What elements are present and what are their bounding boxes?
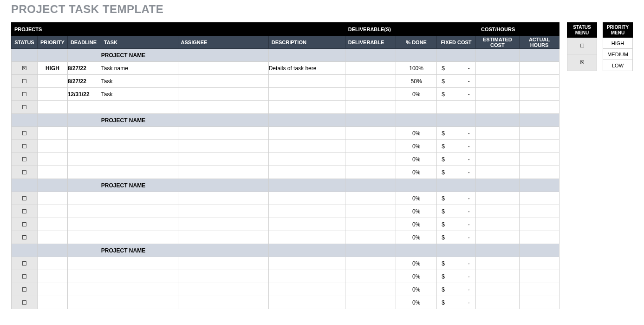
deadline-cell[interactable] xyxy=(67,283,101,296)
deliverable-cell[interactable] xyxy=(345,218,396,231)
estimated-cost-cell[interactable] xyxy=(475,231,519,244)
assignee-cell[interactable] xyxy=(178,283,268,296)
status-checkbox[interactable]: ☐ xyxy=(12,231,38,244)
description-cell[interactable] xyxy=(268,192,345,205)
actual-hours-cell[interactable] xyxy=(520,153,559,166)
fixed-cost-cell[interactable]: $- xyxy=(437,283,476,296)
description-cell[interactable] xyxy=(268,166,345,179)
project-name-label[interactable]: PROJECT NAME xyxy=(101,49,178,62)
task-cell[interactable] xyxy=(101,166,178,179)
actual-hours-cell[interactable] xyxy=(520,166,559,179)
priority-cell[interactable] xyxy=(37,153,67,166)
task-cell[interactable] xyxy=(101,140,178,153)
assignee-cell[interactable] xyxy=(178,153,268,166)
actual-hours-cell[interactable] xyxy=(520,75,559,88)
deliverable-cell[interactable] xyxy=(345,192,396,205)
status-checkbox[interactable]: ☐ xyxy=(12,218,38,231)
project-name-label[interactable]: PROJECT NAME xyxy=(101,179,178,192)
priority-menu-item[interactable]: MEDIUM xyxy=(603,49,633,60)
task-cell[interactable] xyxy=(101,270,178,283)
description-cell[interactable]: Details of task here xyxy=(268,62,345,75)
status-checkbox[interactable]: ☐ xyxy=(12,270,38,283)
percent-done-cell[interactable]: 0% xyxy=(396,140,436,153)
fixed-cost-cell[interactable]: $- xyxy=(437,192,476,205)
assignee-cell[interactable] xyxy=(178,270,268,283)
actual-hours-cell[interactable] xyxy=(520,205,559,218)
status-checkbox[interactable]: ☐ xyxy=(12,166,38,179)
estimated-cost-cell[interactable] xyxy=(475,101,519,114)
task-cell[interactable]: Task name xyxy=(101,62,178,75)
priority-cell[interactable] xyxy=(37,231,67,244)
assignee-cell[interactable] xyxy=(178,192,268,205)
task-cell[interactable] xyxy=(101,127,178,140)
fixed-cost-cell[interactable]: $- xyxy=(437,296,476,309)
task-cell[interactable]: Task xyxy=(101,75,178,88)
priority-cell[interactable] xyxy=(37,205,67,218)
description-cell[interactable] xyxy=(268,140,345,153)
estimated-cost-cell[interactable] xyxy=(475,153,519,166)
task-cell[interactable] xyxy=(101,296,178,309)
description-cell[interactable] xyxy=(268,283,345,296)
description-cell[interactable] xyxy=(268,101,345,114)
assignee-cell[interactable] xyxy=(178,62,268,75)
estimated-cost-cell[interactable] xyxy=(475,88,519,101)
status-checkbox[interactable]: ☐ xyxy=(12,101,38,114)
deadline-cell[interactable] xyxy=(67,218,101,231)
description-cell[interactable] xyxy=(268,127,345,140)
deadline-cell[interactable] xyxy=(67,192,101,205)
priority-cell[interactable] xyxy=(37,270,67,283)
actual-hours-cell[interactable] xyxy=(520,218,559,231)
fixed-cost-cell[interactable]: $- xyxy=(437,127,476,140)
priority-cell[interactable] xyxy=(37,101,67,114)
percent-done-cell[interactable]: 0% xyxy=(396,283,436,296)
percent-done-cell[interactable] xyxy=(396,101,436,114)
deadline-cell[interactable] xyxy=(67,166,101,179)
actual-hours-cell[interactable] xyxy=(520,101,559,114)
fixed-cost-cell[interactable]: $- xyxy=(437,218,476,231)
deadline-cell[interactable] xyxy=(67,231,101,244)
percent-done-cell[interactable]: 0% xyxy=(396,257,436,270)
actual-hours-cell[interactable] xyxy=(520,88,559,101)
priority-cell[interactable] xyxy=(37,296,67,309)
deliverable-cell[interactable] xyxy=(345,205,396,218)
actual-hours-cell[interactable] xyxy=(520,192,559,205)
status-checkbox[interactable]: ☐ xyxy=(12,127,38,140)
priority-menu-item[interactable]: HIGH xyxy=(603,38,633,49)
deadline-cell[interactable]: 8/27/22 xyxy=(67,75,101,88)
priority-cell[interactable] xyxy=(37,192,67,205)
status-checkbox[interactable]: ☐ xyxy=(12,75,38,88)
description-cell[interactable] xyxy=(268,88,345,101)
deliverable-cell[interactable] xyxy=(345,62,396,75)
actual-hours-cell[interactable] xyxy=(520,270,559,283)
estimated-cost-cell[interactable] xyxy=(475,296,519,309)
assignee-cell[interactable] xyxy=(178,88,268,101)
fixed-cost-cell[interactable]: $- xyxy=(437,257,476,270)
status-checkbox[interactable]: ☐ xyxy=(12,88,38,101)
status-checkbox[interactable]: ☐ xyxy=(12,140,38,153)
assignee-cell[interactable] xyxy=(178,127,268,140)
percent-done-cell[interactable]: 0% xyxy=(396,231,436,244)
fixed-cost-cell[interactable]: $- xyxy=(437,62,476,75)
assignee-cell[interactable] xyxy=(178,166,268,179)
priority-cell[interactable] xyxy=(37,218,67,231)
actual-hours-cell[interactable] xyxy=(520,257,559,270)
deliverable-cell[interactable] xyxy=(345,283,396,296)
assignee-cell[interactable] xyxy=(178,101,268,114)
assignee-cell[interactable] xyxy=(178,218,268,231)
estimated-cost-cell[interactable] xyxy=(475,257,519,270)
deadline-cell[interactable]: 12/31/22 xyxy=(67,88,101,101)
percent-done-cell[interactable]: 50% xyxy=(396,75,436,88)
deadline-cell[interactable] xyxy=(67,127,101,140)
deliverable-cell[interactable] xyxy=(345,140,396,153)
actual-hours-cell[interactable] xyxy=(520,62,559,75)
priority-menu-item[interactable]: LOW xyxy=(603,60,633,71)
priority-cell[interactable] xyxy=(37,88,67,101)
assignee-cell[interactable] xyxy=(178,231,268,244)
deliverable-cell[interactable] xyxy=(345,75,396,88)
deadline-cell[interactable] xyxy=(67,140,101,153)
description-cell[interactable] xyxy=(268,270,345,283)
deadline-cell[interactable] xyxy=(67,205,101,218)
status-checkbox[interactable]: ☐ xyxy=(12,283,38,296)
task-cell[interactable] xyxy=(101,218,178,231)
deliverable-cell[interactable] xyxy=(345,257,396,270)
